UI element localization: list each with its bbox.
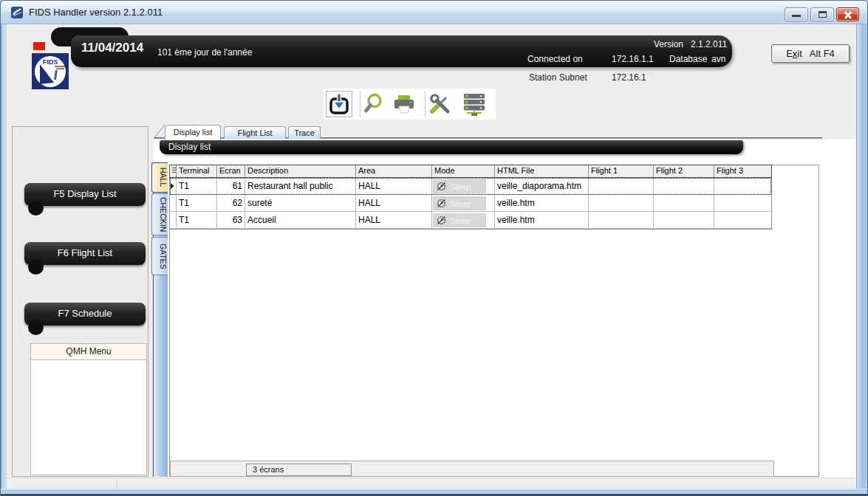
sleep-icon <box>437 182 446 191</box>
sleep-mode-button[interactable]: Sleep <box>433 196 486 210</box>
screens-table: Terminal Ecran Description Area Mode HTM… <box>169 165 772 230</box>
flag-icon <box>33 42 45 50</box>
cell-terminal: T1 <box>177 195 217 212</box>
titlebar: FIDS Handler version 2.1.2.011 <box>1 1 868 24</box>
cell-html-file: veille.htm <box>495 195 589 212</box>
station-subnet-label: Station Subnet <box>529 72 587 83</box>
column-header-flight3[interactable]: Flight 3 <box>714 165 773 177</box>
current-row-indicator <box>170 178 177 195</box>
sleep-mode-button[interactable]: Sleep <box>433 179 486 193</box>
table-row[interactable]: T1 61 Restaurant hall public HALL <box>170 178 771 195</box>
day-of-year: 101 ème jour de l'année <box>157 47 252 58</box>
sleep-icon <box>437 216 446 225</box>
cell-html-file: veille.htm <box>495 212 589 229</box>
maximize-button[interactable] <box>810 7 834 21</box>
cell-description: Accueil <box>245 212 356 229</box>
window-border-left <box>1 24 7 489</box>
column-header-flight2[interactable]: Flight 2 <box>654 165 714 177</box>
window-border-right <box>855 24 868 489</box>
table-row[interactable]: T1 62 sureté HALL Sleep <box>170 195 771 212</box>
maximize-icon <box>819 11 827 18</box>
exit-button[interactable]: ExitAlt F4 <box>771 44 850 63</box>
cell-flight2 <box>654 195 714 212</box>
tab-trace[interactable]: Trace <box>288 126 321 139</box>
column-header-description[interactable]: Description <box>245 165 356 177</box>
table-header-row: Terminal Ecran Description Area Mode HTM… <box>169 165 772 178</box>
screen-count: 3 écrans <box>246 464 352 476</box>
qmh-menu-list[interactable] <box>30 360 147 475</box>
vtab-hall[interactable]: HALL <box>151 162 168 193</box>
app-icon <box>11 7 23 18</box>
version-label: Version <box>654 39 683 49</box>
cell-description: sureté <box>245 195 356 212</box>
minimize-button[interactable] <box>785 7 808 21</box>
column-header-terminal[interactable]: Terminal <box>177 165 217 177</box>
cell-ecran: 62 <box>217 195 245 212</box>
cell-mode: Sleep <box>432 178 495 195</box>
cell-flight3 <box>714 178 773 195</box>
cell-terminal: T1 <box>177 178 217 195</box>
column-header-ecran[interactable]: Ecran <box>217 165 245 177</box>
cell-mode: Sleep <box>432 212 495 229</box>
cell-flight2 <box>654 212 714 229</box>
close-button[interactable] <box>836 7 859 21</box>
database-value: avn <box>711 54 725 64</box>
cell-area: HALL <box>356 212 432 229</box>
tab-display-list[interactable]: Display list <box>165 125 221 140</box>
column-header-area[interactable]: Area <box>356 165 432 177</box>
cell-description: Restaurant hall public <box>245 178 356 195</box>
page-title-banner: Display list <box>160 140 743 154</box>
status-bar <box>7 478 855 489</box>
current-date: 11/04/2014 <box>81 41 143 55</box>
version-value: 2.1.2.011 <box>691 39 727 49</box>
vtab-gates[interactable]: GATES <box>151 237 168 275</box>
tools-icon[interactable] <box>428 92 453 117</box>
sidebar-item-schedule[interactable]: F7 Schedule <box>24 303 146 326</box>
column-header-mode[interactable]: Mode <box>432 165 495 177</box>
row-selector <box>170 212 177 229</box>
connected-label: Connected on <box>527 54 583 64</box>
vtab-checkin[interactable]: CHECKIN <box>151 193 168 235</box>
selector-column-header <box>170 165 177 177</box>
cell-flight1 <box>589 212 654 229</box>
info-banner: 11/04/2014 101 ème jour de l'année Versi… <box>71 35 732 67</box>
station-subnet-value: 172.16.1 <box>612 72 646 83</box>
column-header-html-file[interactable]: HTML File <box>495 165 589 177</box>
minimize-icon <box>792 15 801 17</box>
tab-flight-list[interactable]: Flight List <box>224 126 286 139</box>
search-icon[interactable] <box>363 92 388 117</box>
cell-flight2 <box>654 178 714 195</box>
cell-flight1 <box>589 178 654 195</box>
print-icon[interactable] <box>392 92 417 117</box>
cell-terminal: T1 <box>177 212 217 229</box>
cell-html-file: veille_diaporama.htm <box>495 178 589 195</box>
cell-ecran: 61 <box>217 178 245 195</box>
qmh-menu-title: QMH Menu <box>30 343 147 360</box>
cell-mode: Sleep <box>432 195 495 212</box>
toolbar-separator <box>425 91 426 117</box>
sleep-icon <box>437 199 446 208</box>
row-selector <box>170 195 177 212</box>
grid-menu-icon <box>172 168 176 174</box>
sidebar-item-flight-list[interactable]: F6 Flight List <box>24 242 146 265</box>
database-label: Database <box>669 54 707 64</box>
cell-ecran: 63 <box>217 212 245 229</box>
tab-edge <box>154 124 165 138</box>
window-border-bottom <box>1 489 868 496</box>
cell-flight3 <box>714 195 773 212</box>
logo-text: FIDS <box>43 58 58 66</box>
column-header-flight1[interactable]: Flight 1 <box>589 165 654 177</box>
fids-logo: FIDS <box>32 53 69 89</box>
servers-icon[interactable] <box>457 92 492 117</box>
table-row[interactable]: T1 63 Accueil HALL Sleep <box>170 212 771 229</box>
cell-flight3 <box>714 212 773 229</box>
row-marker-icon <box>171 183 174 189</box>
cell-flight1 <box>589 195 654 212</box>
sidebar-item-display-list[interactable]: F5 Display List <box>24 183 146 206</box>
status-divider <box>117 480 118 489</box>
import-icon[interactable] <box>327 92 352 117</box>
app-window: FIDS Handler version 2.1.2.011 11/04/201… <box>0 0 868 496</box>
sleep-mode-button[interactable]: Sleep <box>433 213 486 227</box>
window-controls <box>785 7 859 21</box>
toolbar-separator <box>360 91 360 117</box>
